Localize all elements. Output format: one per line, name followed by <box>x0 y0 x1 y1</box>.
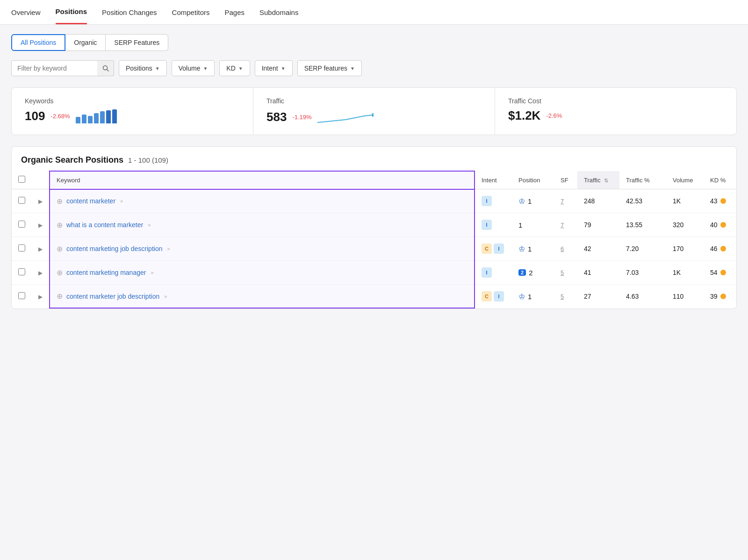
traffic-value: 248 <box>584 197 595 205</box>
add-keyword-icon: ⊕ <box>57 197 63 206</box>
table-row: ▶ ⊕ what is a content marketer » I177913… <box>12 213 736 237</box>
chevron-down-icon: ▼ <box>155 66 160 71</box>
position-number: 2 <box>529 269 532 277</box>
keyword-link[interactable]: content marketing manager <box>66 269 146 276</box>
bar-3 <box>88 116 93 123</box>
expand-button[interactable]: ▶ <box>38 246 43 252</box>
keyword-link[interactable]: content marketing job description <box>66 245 162 252</box>
col-header-sf: SF <box>554 171 577 189</box>
keyword-link[interactable]: content marketer job description <box>66 293 159 300</box>
position-number: 1 <box>528 245 532 253</box>
traffic-label: Traffic <box>266 97 482 105</box>
keywords-card: Keywords 109 -2.68% <box>12 88 253 135</box>
external-link-icon: » <box>164 294 167 299</box>
kd-indicator <box>720 294 726 299</box>
col-header-intent: Intent <box>475 171 512 189</box>
keyword-cell: ⊕ content marketer job description » <box>57 292 468 301</box>
col-header-traffic-pct: Traffic % <box>619 171 666 189</box>
row-checkbox[interactable] <box>18 244 25 251</box>
keyword-cell: ⊕ content marketing manager » <box>57 268 468 277</box>
table-section: Organic Search Positions 1 - 100 (109) K… <box>11 146 737 309</box>
col-header-traffic[interactable]: Traffic ⇅ <box>577 171 619 189</box>
kd-filter[interactable]: KD ▼ <box>219 60 250 76</box>
filter-row: Positions ▼ Volume ▼ KD ▼ Intent ▼ SERP … <box>11 60 737 76</box>
col-header-check <box>12 171 32 189</box>
traffic-change: -1.19% <box>292 114 311 121</box>
position-cell: ♔1 <box>518 244 547 253</box>
kd-value: 39 <box>710 293 718 300</box>
summary-row: Keywords 109 -2.68% Traffic 583 -1.1 <box>11 87 737 135</box>
sort-icon: ⇅ <box>604 178 608 183</box>
nav-subdomains[interactable]: Subdomains <box>259 1 298 24</box>
tab-all-positions[interactable]: All Positions <box>11 34 65 51</box>
row-checkbox[interactable] <box>18 292 25 299</box>
keyword-search-wrap <box>11 60 114 76</box>
search-button[interactable] <box>97 60 114 76</box>
position-number: 1 <box>528 197 532 205</box>
bar-7 <box>112 109 117 123</box>
top-nav: Overview Positions Position Changes Comp… <box>0 0 748 25</box>
row-checkbox[interactable] <box>18 268 25 275</box>
external-link-icon: » <box>120 198 123 204</box>
expand-button[interactable]: ▶ <box>38 222 43 229</box>
select-all-checkbox[interactable] <box>18 176 25 183</box>
table-row: ▶ ⊕ content marketer » I♔1724842.531K 43 <box>12 189 736 213</box>
serp-features-filter[interactable]: SERP features ▼ <box>297 60 362 76</box>
sf-number[interactable]: 7 <box>561 222 564 229</box>
intent-filter[interactable]: Intent ▼ <box>255 60 293 76</box>
row-checkbox[interactable] <box>18 197 25 204</box>
position-cell: ♔1 <box>518 292 547 301</box>
intent-badge-i: I <box>494 291 504 302</box>
traffic-value: 41 <box>584 269 591 276</box>
nav-overview[interactable]: Overview <box>11 1 41 24</box>
traffic-percent: 7.03 <box>626 269 639 276</box>
crown-icon: ♔ <box>518 197 525 206</box>
volume-value: 170 <box>673 245 683 252</box>
featured-snippet-icon: 2 <box>518 269 526 276</box>
chevron-down-icon: ▼ <box>281 66 286 71</box>
expand-button[interactable]: ▶ <box>38 270 43 276</box>
traffic-cost-value: $1.2K <box>508 108 540 123</box>
sf-number[interactable]: 6 <box>561 245 564 252</box>
kd-value: 46 <box>710 245 718 252</box>
table-scroll: Keyword Intent Position SF Traffic ⇅ Tra… <box>12 171 736 309</box>
add-keyword-icon: ⊕ <box>57 244 63 253</box>
position-number: 1 <box>528 293 532 301</box>
expand-button[interactable]: ▶ <box>38 198 43 205</box>
col-header-keyword: Keyword <box>50 171 475 189</box>
tab-organic[interactable]: Organic <box>65 34 106 51</box>
intent-badge-c: C <box>482 244 492 254</box>
nav-competitors[interactable]: Competitors <box>172 1 210 24</box>
nav-position-changes[interactable]: Position Changes <box>102 1 157 24</box>
table-row: ▶ ⊕ content marketing job description » … <box>12 237 736 261</box>
add-keyword-icon: ⊕ <box>57 268 63 277</box>
position-cell: ♔1 <box>518 197 547 206</box>
intent-badges: CI <box>482 244 505 254</box>
chevron-down-icon: ▼ <box>350 66 355 71</box>
bar-4 <box>94 113 99 123</box>
bar-1 <box>76 117 80 123</box>
traffic-cost-card: Traffic Cost $1.2K -2.6% <box>495 88 736 135</box>
keyword-cell: ⊕ what is a content marketer » <box>57 221 468 230</box>
nav-positions[interactable]: Positions <box>56 0 87 24</box>
expand-button[interactable]: ▶ <box>38 294 43 300</box>
keyword-link[interactable]: what is a content marketer <box>66 221 143 229</box>
svg-line-1 <box>107 70 108 72</box>
keyword-link[interactable]: content marketer <box>66 197 115 205</box>
nav-pages[interactable]: Pages <box>224 1 245 24</box>
tab-serp-features[interactable]: SERP Features <box>106 34 168 51</box>
tab-group: All Positions Organic SERP Features <box>11 34 737 51</box>
keywords-change: -2.68% <box>50 113 70 120</box>
sf-number[interactable]: 5 <box>561 269 564 276</box>
row-checkbox[interactable] <box>18 221 25 228</box>
traffic-cost-value-row: $1.2K -2.6% <box>508 108 723 123</box>
bar-5 <box>100 111 105 123</box>
sf-number[interactable]: 7 <box>561 198 564 205</box>
col-header-volume: Volume <box>666 171 704 189</box>
volume-filter[interactable]: Volume ▼ <box>172 60 215 76</box>
external-link-icon: » <box>151 270 153 275</box>
traffic-value: 583 <box>266 110 287 124</box>
positions-filter[interactable]: Positions ▼ <box>119 60 167 76</box>
sf-number[interactable]: 5 <box>561 293 564 300</box>
add-keyword-icon: ⊕ <box>57 292 63 301</box>
